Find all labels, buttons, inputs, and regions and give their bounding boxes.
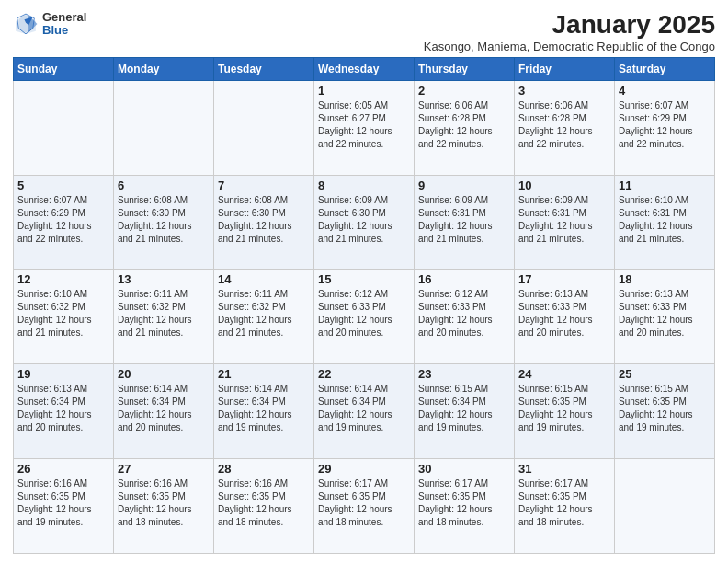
calendar-cell: 2Sunrise: 6:06 AM Sunset: 6:28 PM Daylig…	[415, 80, 515, 175]
day-number: 8	[318, 178, 410, 192]
calendar-cell: 30Sunrise: 6:17 AM Sunset: 6:35 PM Dayli…	[415, 459, 515, 554]
day-detail: Sunrise: 6:09 AM Sunset: 6:30 PM Dayligh…	[318, 194, 410, 246]
calendar-cell: 24Sunrise: 6:15 AM Sunset: 6:35 PM Dayli…	[515, 364, 615, 459]
calendar-header: Sunday Monday Tuesday Wednesday Thursday…	[14, 57, 715, 80]
day-detail: Sunrise: 6:15 AM Sunset: 6:35 PM Dayligh…	[518, 383, 610, 434]
logo-general-text: General	[42, 11, 86, 24]
day-number: 24	[518, 367, 610, 381]
day-detail: Sunrise: 6:11 AM Sunset: 6:32 PM Dayligh…	[118, 288, 210, 339]
day-detail: Sunrise: 6:17 AM Sunset: 6:35 PM Dayligh…	[518, 477, 610, 529]
subtitle: Kasongo, Maniema, Democratic Republic of…	[424, 40, 715, 53]
logo-icon	[13, 11, 39, 37]
day-detail: Sunrise: 6:10 AM Sunset: 6:32 PM Dayligh…	[17, 288, 109, 339]
day-number: 22	[318, 367, 410, 381]
col-friday: Friday	[515, 57, 615, 80]
day-number: 28	[218, 462, 310, 476]
day-detail: Sunrise: 6:07 AM Sunset: 6:29 PM Dayligh…	[17, 194, 109, 246]
title-block: January 2025 Kasongo, Maniema, Democrati…	[424, 11, 715, 53]
day-number: 7	[218, 178, 310, 192]
day-number: 1	[318, 84, 410, 98]
calendar-week-2: 5Sunrise: 6:07 AM Sunset: 6:29 PM Daylig…	[14, 175, 715, 270]
calendar-cell: 9Sunrise: 6:09 AM Sunset: 6:31 PM Daylig…	[415, 175, 515, 270]
logo: General Blue	[13, 11, 86, 38]
day-detail: Sunrise: 6:07 AM Sunset: 6:29 PM Dayligh…	[619, 99, 711, 151]
calendar-cell: 7Sunrise: 6:08 AM Sunset: 6:30 PM Daylig…	[214, 175, 314, 270]
col-tuesday: Tuesday	[214, 57, 314, 80]
calendar-cell: 4Sunrise: 6:07 AM Sunset: 6:29 PM Daylig…	[615, 80, 715, 175]
day-number: 23	[418, 367, 510, 381]
calendar-week-5: 26Sunrise: 6:16 AM Sunset: 6:35 PM Dayli…	[14, 459, 715, 554]
day-number: 26	[17, 462, 109, 476]
calendar-cell	[14, 80, 114, 175]
calendar-cell: 17Sunrise: 6:13 AM Sunset: 6:33 PM Dayli…	[515, 270, 615, 364]
day-detail: Sunrise: 6:12 AM Sunset: 6:33 PM Dayligh…	[318, 288, 410, 339]
day-detail: Sunrise: 6:09 AM Sunset: 6:31 PM Dayligh…	[418, 194, 510, 246]
calendar-cell: 8Sunrise: 6:09 AM Sunset: 6:30 PM Daylig…	[314, 175, 415, 270]
day-detail: Sunrise: 6:05 AM Sunset: 6:27 PM Dayligh…	[318, 99, 410, 151]
day-detail: Sunrise: 6:14 AM Sunset: 6:34 PM Dayligh…	[118, 383, 210, 434]
calendar-cell: 26Sunrise: 6:16 AM Sunset: 6:35 PM Dayli…	[14, 459, 114, 554]
day-number: 9	[418, 178, 510, 192]
day-number: 13	[118, 272, 210, 286]
calendar-cell	[114, 80, 214, 175]
day-number: 29	[318, 462, 410, 476]
calendar-cell: 18Sunrise: 6:13 AM Sunset: 6:33 PM Dayli…	[615, 270, 715, 364]
day-number: 15	[318, 272, 410, 286]
calendar-week-1: 1Sunrise: 6:05 AM Sunset: 6:27 PM Daylig…	[14, 80, 715, 175]
main-title: January 2025	[424, 11, 715, 40]
calendar-cell: 31Sunrise: 6:17 AM Sunset: 6:35 PM Dayli…	[515, 459, 615, 554]
day-number: 6	[118, 178, 210, 192]
day-detail: Sunrise: 6:06 AM Sunset: 6:28 PM Dayligh…	[518, 99, 610, 151]
day-number: 12	[17, 272, 109, 286]
day-detail: Sunrise: 6:16 AM Sunset: 6:35 PM Dayligh…	[118, 477, 210, 529]
header: General Blue January 2025 Kasongo, Manie…	[13, 11, 715, 53]
day-number: 31	[518, 462, 610, 476]
day-number: 4	[619, 84, 711, 98]
calendar-cell: 19Sunrise: 6:13 AM Sunset: 6:34 PM Dayli…	[14, 364, 114, 459]
calendar-cell: 21Sunrise: 6:14 AM Sunset: 6:34 PM Dayli…	[214, 364, 314, 459]
calendar-cell: 28Sunrise: 6:16 AM Sunset: 6:35 PM Dayli…	[214, 459, 314, 554]
day-detail: Sunrise: 6:15 AM Sunset: 6:34 PM Dayligh…	[418, 383, 510, 434]
calendar-cell: 11Sunrise: 6:10 AM Sunset: 6:31 PM Dayli…	[615, 175, 715, 270]
day-detail: Sunrise: 6:10 AM Sunset: 6:31 PM Dayligh…	[619, 194, 711, 246]
day-detail: Sunrise: 6:12 AM Sunset: 6:33 PM Dayligh…	[418, 288, 510, 339]
day-number: 17	[518, 272, 610, 286]
calendar-cell: 3Sunrise: 6:06 AM Sunset: 6:28 PM Daylig…	[515, 80, 615, 175]
calendar-cell: 20Sunrise: 6:14 AM Sunset: 6:34 PM Dayli…	[114, 364, 214, 459]
day-number: 16	[418, 272, 510, 286]
calendar-week-3: 12Sunrise: 6:10 AM Sunset: 6:32 PM Dayli…	[14, 270, 715, 364]
col-saturday: Saturday	[615, 57, 715, 80]
day-detail: Sunrise: 6:14 AM Sunset: 6:34 PM Dayligh…	[318, 383, 410, 434]
calendar-cell: 22Sunrise: 6:14 AM Sunset: 6:34 PM Dayli…	[314, 364, 415, 459]
day-number: 27	[118, 462, 210, 476]
col-monday: Monday	[114, 57, 214, 80]
day-detail: Sunrise: 6:14 AM Sunset: 6:34 PM Dayligh…	[218, 383, 310, 434]
day-detail: Sunrise: 6:08 AM Sunset: 6:30 PM Dayligh…	[118, 194, 210, 246]
day-detail: Sunrise: 6:13 AM Sunset: 6:33 PM Dayligh…	[619, 288, 711, 339]
logo-text: General Blue	[42, 11, 86, 38]
day-number: 11	[619, 178, 711, 192]
day-detail: Sunrise: 6:16 AM Sunset: 6:35 PM Dayligh…	[218, 477, 310, 529]
day-detail: Sunrise: 6:13 AM Sunset: 6:33 PM Dayligh…	[518, 288, 610, 339]
calendar-cell	[615, 459, 715, 554]
day-number: 18	[619, 272, 711, 286]
calendar-cell: 27Sunrise: 6:16 AM Sunset: 6:35 PM Dayli…	[114, 459, 214, 554]
day-number: 25	[619, 367, 711, 381]
calendar-cell: 12Sunrise: 6:10 AM Sunset: 6:32 PM Dayli…	[14, 270, 114, 364]
calendar-cell: 1Sunrise: 6:05 AM Sunset: 6:27 PM Daylig…	[314, 80, 415, 175]
day-number: 20	[118, 367, 210, 381]
day-detail: Sunrise: 6:13 AM Sunset: 6:34 PM Dayligh…	[17, 383, 109, 434]
day-detail: Sunrise: 6:15 AM Sunset: 6:35 PM Dayligh…	[619, 383, 711, 434]
page: General Blue January 2025 Kasongo, Manie…	[0, 0, 728, 563]
day-detail: Sunrise: 6:11 AM Sunset: 6:32 PM Dayligh…	[218, 288, 310, 339]
calendar-cell: 10Sunrise: 6:09 AM Sunset: 6:31 PM Dayli…	[515, 175, 615, 270]
calendar-cell: 14Sunrise: 6:11 AM Sunset: 6:32 PM Dayli…	[214, 270, 314, 364]
day-detail: Sunrise: 6:17 AM Sunset: 6:35 PM Dayligh…	[318, 477, 410, 529]
col-sunday: Sunday	[14, 57, 114, 80]
day-number: 5	[17, 178, 109, 192]
day-number: 3	[518, 84, 610, 98]
calendar-cell: 6Sunrise: 6:08 AM Sunset: 6:30 PM Daylig…	[114, 175, 214, 270]
day-detail: Sunrise: 6:06 AM Sunset: 6:28 PM Dayligh…	[418, 99, 510, 151]
logo-blue-text: Blue	[42, 24, 86, 37]
calendar-cell: 13Sunrise: 6:11 AM Sunset: 6:32 PM Dayli…	[114, 270, 214, 364]
